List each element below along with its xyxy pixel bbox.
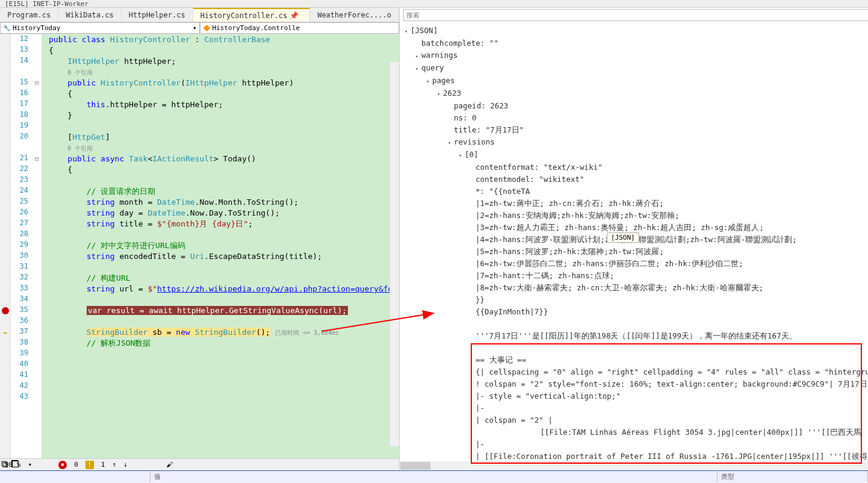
json-node[interactable]: |8=zh-tw:大衛·赫索霍夫; zh-cn:大卫·哈塞尔霍夫; zh-hk:… bbox=[405, 282, 868, 294]
json-node[interactable]: contentmodel: "wikitext" bbox=[405, 173, 868, 185]
code-line[interactable]: string day = DateTime.Now.Day.ToString()… bbox=[42, 208, 399, 219]
code-line[interactable] bbox=[42, 262, 399, 273]
code-line[interactable]: } bbox=[42, 110, 399, 121]
search-input[interactable] bbox=[403, 9, 868, 21]
code-line[interactable]: // 对中文字符进行URL编码 bbox=[42, 240, 399, 251]
json-node[interactable] bbox=[405, 318, 868, 330]
json-node[interactable]: ns: 0 bbox=[405, 112, 868, 124]
json-node[interactable]: }} bbox=[405, 294, 868, 306]
code-line[interactable]: public HistoryController(IHttpHelper htt… bbox=[42, 78, 399, 89]
scope-combo-right[interactable]: 🔶 HistoryToday.Controlle bbox=[200, 22, 400, 34]
json-node[interactable]: ! colspan = "2" style="font-size: 160%; … bbox=[405, 378, 868, 390]
error-icon[interactable]: ✖ bbox=[58, 461, 67, 469]
editor-status-bar: 98 % ▾ ✖ 0 ! 1 ↑ ↓ 🖌 bbox=[0, 458, 399, 470]
code-area[interactable]: public class HistoryController : Control… bbox=[42, 34, 399, 458]
code-line[interactable] bbox=[42, 121, 399, 132]
json-node[interactable]: |2=zh-hans:安纳海姆;zh-hk:安納海姆;zh-tw:安那翰; bbox=[405, 210, 868, 222]
fold-margin[interactable]: ⊟⊟ bbox=[32, 34, 42, 458]
json-node[interactable]: |- bbox=[405, 438, 868, 450]
code-line[interactable] bbox=[42, 229, 399, 240]
code-line[interactable] bbox=[42, 316, 399, 327]
tab-historycontroller-cs[interactable]: HistoryController.cs📌✕ bbox=[193, 8, 311, 22]
code-line[interactable]: public class HistoryController : Control… bbox=[42, 34, 399, 45]
json-node[interactable]: |5=zh-hans:阿波罗;zh-hk:太陽神;zh-tw:阿波羅; bbox=[405, 246, 868, 258]
scope-left-text: HistoryToday bbox=[13, 24, 60, 32]
code-line[interactable]: string title = $"{month}月 {day}日"; bbox=[42, 219, 399, 229]
json-node[interactable]: batchcomplete: "" bbox=[405, 37, 868, 49]
class-icon: 🔶 bbox=[203, 25, 210, 31]
footer-type-col[interactable]: 类型 bbox=[718, 471, 868, 482]
dock-tab-icon[interactable]: ⧠ bbox=[10, 458, 20, 470]
nav-down[interactable]: ↓ bbox=[123, 461, 128, 469]
tab-wikidata-cs[interactable]: WikiData.cs bbox=[58, 8, 121, 22]
json-node[interactable]: |6=zh-tw:伊麗莎白二世; zh-hans:伊丽莎白二世; zh-hk:伊… bbox=[405, 258, 868, 270]
json-node[interactable]: pageid: 2623 bbox=[405, 100, 868, 112]
error-count: 0 bbox=[74, 461, 78, 469]
vertical-scrollbar[interactable] bbox=[389, 62, 399, 446]
code-line[interactable]: IHttpHelper httpHelper; bbox=[42, 56, 399, 67]
brush-icon[interactable]: 🖌 bbox=[166, 461, 173, 469]
code-line[interactable] bbox=[42, 349, 399, 360]
json-node[interactable]: == 大事记 == bbox=[405, 354, 868, 366]
breakpoint-margin[interactable]: ➡ bbox=[0, 34, 11, 458]
json-node[interactable]: contentformat: "text/x-wiki" bbox=[405, 161, 868, 173]
footer-value-col[interactable]: 值 bbox=[150, 471, 718, 482]
code-line[interactable]: this.httpHelper = httpHelper; bbox=[42, 99, 399, 110]
nav-up[interactable]: ↑ bbox=[112, 461, 116, 469]
json-node[interactable]: ▾pages bbox=[405, 75, 868, 87]
footer-name-col[interactable] bbox=[0, 471, 150, 482]
code-line[interactable]: string month = DateTime.Now.Month.ToStri… bbox=[42, 197, 399, 208]
code-line[interactable]: 0 个引用 bbox=[42, 67, 399, 78]
json-node[interactable]: {| cellspacing = "0" align = "right" cel… bbox=[405, 366, 868, 378]
code-line[interactable]: [HttpGet] bbox=[42, 132, 399, 143]
json-node[interactable]: |- bbox=[405, 402, 868, 414]
json-node[interactable]: ▸warnings bbox=[405, 49, 868, 62]
code-line[interactable]: // 构建URL bbox=[42, 273, 399, 284]
code-line[interactable]: 0 个引用 bbox=[42, 143, 399, 154]
breakpoint-dot[interactable] bbox=[2, 307, 9, 314]
json-node[interactable]: *: "{{noteTA bbox=[405, 185, 868, 198]
code-line[interactable]: string url = $"https://zh.wikipedia.org/… bbox=[42, 284, 399, 294]
code-line[interactable]: { bbox=[42, 164, 399, 175]
warning-icon[interactable]: ! bbox=[85, 461, 94, 469]
json-node[interactable]: ▾revisions bbox=[405, 136, 868, 149]
json-node[interactable]: title: "7月17日" bbox=[405, 124, 868, 136]
json-node[interactable]: ▾query bbox=[405, 62, 868, 75]
json-node[interactable] bbox=[405, 342, 868, 354]
code-line[interactable] bbox=[42, 294, 399, 305]
json-node[interactable]: {{DayInMonth|7}} bbox=[405, 306, 868, 318]
tab-httphelper-cs[interactable]: HttpHelper.cs bbox=[122, 8, 193, 22]
tab-weatherforec-o[interactable]: WeatherForec....o bbox=[310, 8, 399, 22]
code-line[interactable] bbox=[42, 360, 399, 370]
json-node[interactable]: |3=zh-tw:超人力霸王; zh-hans:奥特曼; zh-hk:超人吉田;… bbox=[405, 222, 868, 234]
project-icon: 🔧 bbox=[3, 25, 10, 31]
code-line[interactable] bbox=[42, 370, 399, 381]
code-editor-pane: Program.csWikiData.csHttpHelper.csHistor… bbox=[0, 8, 400, 470]
code-line[interactable]: string encodedTitle = Uri.EscapeDataStri… bbox=[42, 251, 399, 262]
json-node[interactable]: ▾[0] bbox=[405, 149, 868, 161]
json-node[interactable]: |1=zh-tw:蔣中正; zh-cn:蒋介石; zh-hk:蔣介石; bbox=[405, 198, 868, 210]
tab-program-cs[interactable]: Program.cs bbox=[0, 8, 58, 22]
json-node[interactable]: '''7月17日'''是[[阳历]]年的第198天（[[闰年]]是199天），离… bbox=[405, 330, 868, 342]
code-line[interactable] bbox=[42, 381, 399, 392]
dock-tab-icon[interactable]: ⧉ bbox=[1, 458, 8, 470]
scope-combo-left[interactable]: 🔧 HistoryToday ▾ bbox=[0, 22, 200, 34]
code-line[interactable]: var result = await httpHelper.GetStringV… bbox=[42, 305, 399, 316]
json-node[interactable]: |7=zh-hant:十二碼; zh-hans:点球; bbox=[405, 270, 868, 282]
json-node[interactable]: |- style = "vertical-align:top;" bbox=[405, 390, 868, 402]
code-line[interactable]: StringBuilder sb = new StringBuilder();已… bbox=[42, 327, 399, 338]
code-line[interactable]: public async Task<IActionResult> Today() bbox=[42, 154, 399, 164]
code-line[interactable]: { bbox=[42, 45, 399, 56]
tab-bar: Program.csWikiData.csHttpHelper.csHistor… bbox=[0, 8, 399, 22]
json-node[interactable]: | [[File:Coronation portrait of Peter II… bbox=[405, 450, 868, 461]
code-line[interactable]: // 解析JSON数据 bbox=[42, 338, 399, 349]
code-line[interactable]: // 设置请求的日期 bbox=[42, 186, 399, 197]
code-line[interactable] bbox=[42, 392, 399, 403]
horizontal-scrollbar[interactable] bbox=[400, 461, 868, 470]
dock-tabs[interactable]: ⧉ ⧠ bbox=[1, 458, 20, 470]
code-line[interactable]: { bbox=[42, 89, 399, 99]
json-node[interactable]: | colspan = "2" | [[File:TAM Linhas Aére… bbox=[405, 414, 868, 438]
code-line[interactable] bbox=[42, 175, 399, 186]
json-node[interactable]: ▾2623 bbox=[405, 87, 868, 100]
json-node[interactable]: ▾[JSON] bbox=[405, 25, 868, 37]
